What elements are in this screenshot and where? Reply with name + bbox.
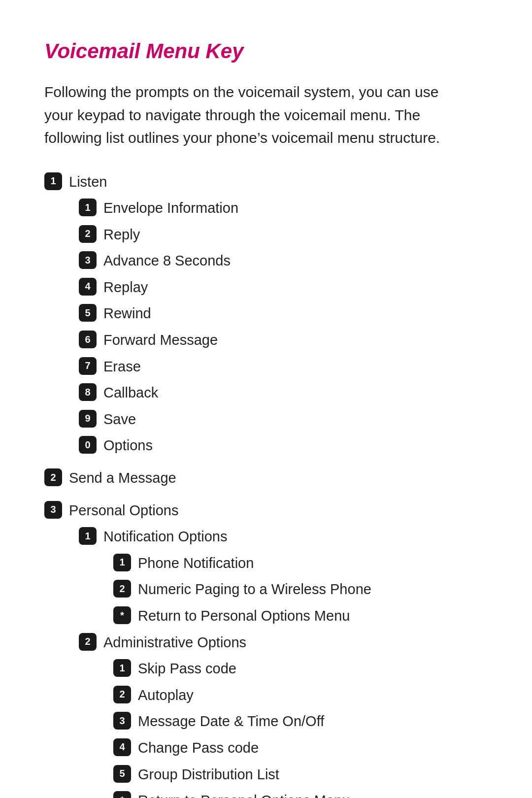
badge-admin-options: 2	[79, 633, 97, 651]
menu-item-phone-notification: 1Phone Notification	[44, 552, 488, 573]
menu-list: 1Listen1Envelope Information2Reply3Advan…	[44, 170, 488, 798]
menu-item-skip-passcode: 1Skip Pass code	[44, 657, 488, 679]
page: Voicemail Menu Key Following the prompts…	[0, 0, 532, 798]
menu-item-group-dist: 5Group Distribution List	[44, 763, 488, 785]
badge-phone-notification: 1	[113, 554, 131, 571]
badge-advance-8: 3	[79, 251, 97, 269]
label-return-personal-1: Return to Personal Options Menu	[138, 604, 350, 626]
menu-item-listen: 1Listen	[44, 170, 488, 192]
label-phone-notification: Phone Notification	[138, 552, 254, 573]
label-erase: Erase	[103, 355, 141, 377]
label-options: Options	[103, 434, 153, 456]
label-replay: Replay	[103, 276, 148, 298]
menu-item-forward-message: 6Forward Message	[44, 329, 488, 350]
badge-save: 9	[79, 410, 97, 428]
label-listen: Listen	[69, 170, 107, 192]
label-change-passcode: Change Pass code	[138, 736, 259, 758]
label-msg-date-time: Message Date & Time On/Off	[138, 710, 324, 732]
menu-item-rewind: 5Rewind	[44, 302, 488, 324]
badge-send-message: 2	[44, 468, 62, 486]
label-send-message: Send a Message	[69, 466, 176, 488]
badge-options: 0	[79, 436, 97, 454]
menu-item-reply: 2Reply	[44, 223, 488, 245]
badge-msg-date-time: 3	[113, 712, 131, 730]
label-save: Save	[103, 408, 136, 430]
menu-item-autoplay: 2Autoplay	[44, 684, 488, 705]
badge-rewind: 5	[79, 304, 97, 322]
menu-item-erase: 7Erase	[44, 355, 488, 377]
menu-item-send-message: 2Send a Message	[44, 466, 488, 488]
label-reply: Reply	[103, 223, 140, 245]
badge-group-dist: 5	[113, 765, 131, 783]
label-personal-options: Personal Options	[69, 499, 178, 521]
badge-return-personal-1: *	[113, 606, 131, 624]
badge-skip-passcode: 1	[113, 659, 131, 677]
menu-item-advance-8: 3Advance 8 Seconds	[44, 249, 488, 271]
label-rewind: Rewind	[103, 302, 151, 324]
badge-numeric-paging: 2	[113, 580, 131, 598]
badge-listen: 1	[44, 172, 62, 190]
label-numeric-paging: Numeric Paging to a Wireless Phone	[138, 578, 371, 599]
badge-erase: 7	[79, 357, 97, 375]
menu-item-change-passcode: 4Change Pass code	[44, 736, 488, 758]
label-notification-options: Notification Options	[103, 525, 227, 547]
badge-personal-options: 3	[44, 501, 62, 519]
label-advance-8: Advance 8 Seconds	[103, 249, 231, 271]
menu-item-personal-options: 3Personal Options	[44, 499, 488, 521]
label-callback: Callback	[103, 381, 158, 403]
badge-change-passcode: 4	[113, 738, 131, 756]
menu-item-replay: 4Replay	[44, 276, 488, 298]
badge-reply: 2	[79, 225, 97, 243]
badge-return-personal-2: *	[113, 791, 131, 798]
menu-item-return-personal-2: *Return to Personal Options Menu	[44, 789, 488, 798]
label-skip-passcode: Skip Pass code	[138, 657, 236, 679]
badge-autoplay: 2	[113, 686, 131, 703]
menu-item-admin-options: 2Administrative Options	[44, 631, 488, 653]
label-envelope-info: Envelope Information	[103, 197, 238, 218]
menu-item-notification-options: 1Notification Options	[44, 525, 488, 547]
badge-replay: 4	[79, 278, 97, 296]
label-admin-options: Administrative Options	[103, 631, 246, 653]
page-title: Voicemail Menu Key	[44, 39, 488, 63]
menu-item-return-personal-1: *Return to Personal Options Menu	[44, 604, 488, 626]
label-forward-message: Forward Message	[103, 329, 218, 350]
intro-paragraph: Following the prompts on the voicemail s…	[44, 81, 468, 150]
menu-item-save: 9Save	[44, 408, 488, 430]
menu-item-msg-date-time: 3Message Date & Time On/Off	[44, 710, 488, 732]
label-autoplay: Autoplay	[138, 684, 194, 705]
menu-item-options: 0Options	[44, 434, 488, 456]
menu-item-envelope-info: 1Envelope Information	[44, 197, 488, 218]
label-return-personal-2: Return to Personal Options Menu	[138, 789, 350, 798]
badge-envelope-info: 1	[79, 199, 97, 216]
badge-callback: 8	[79, 383, 97, 401]
badge-forward-message: 6	[79, 331, 97, 348]
label-group-dist: Group Distribution List	[138, 763, 279, 785]
badge-notification-options: 1	[79, 527, 97, 545]
menu-item-callback: 8Callback	[44, 381, 488, 403]
menu-item-numeric-paging: 2Numeric Paging to a Wireless Phone	[44, 578, 488, 599]
